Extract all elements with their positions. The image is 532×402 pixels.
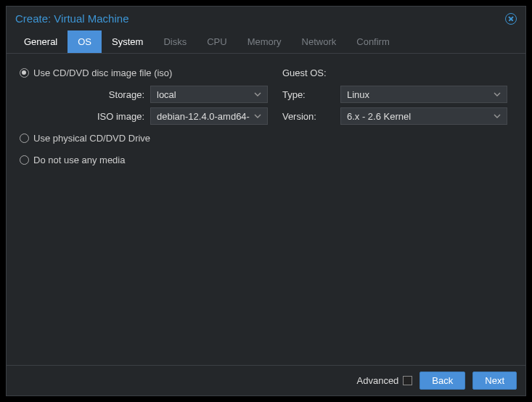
title-bar: Create: Virtual Machine xyxy=(7,7,525,30)
advanced-toggle[interactable]: Advanced xyxy=(357,375,413,386)
iso-image-row: ISO image: debian-12.4.0-amd64- xyxy=(20,106,268,126)
tab-system[interactable]: System xyxy=(102,30,153,53)
radio-icon xyxy=(20,134,29,143)
tab-confirm: Confirm xyxy=(346,30,400,53)
guest-type-label: Type: xyxy=(282,89,340,100)
chevron-down-icon xyxy=(254,92,261,97)
create-vm-dialog: Create: Virtual Machine General OS Syste… xyxy=(6,6,526,396)
tab-memory: Memory xyxy=(237,30,292,53)
guest-version-value: 6.x - 2.6 Kernel xyxy=(347,111,411,122)
tab-disks: Disks xyxy=(153,30,197,53)
radio-label: Use CD/DVD disc image file (iso) xyxy=(33,67,172,78)
tab-network: Network xyxy=(292,30,347,53)
dialog-body: Use CD/DVD disc image file (iso) Storage… xyxy=(7,54,525,365)
radio-label: Use physical CD/DVD Drive xyxy=(33,133,150,144)
storage-label: Storage: xyxy=(63,89,150,100)
chevron-down-icon xyxy=(494,114,501,118)
guest-version-label: Version: xyxy=(282,111,340,122)
tab-strip: General OS System Disks CPU Memory Netwo… xyxy=(7,30,525,54)
guest-version-select[interactable]: 6.x - 2.6 Kernel xyxy=(340,107,507,125)
tab-cpu: CPU xyxy=(197,30,237,53)
dialog-footer: Advanced Back Next xyxy=(7,365,525,395)
radio-use-physical[interactable]: Use physical CD/DVD Drive xyxy=(20,128,268,148)
iso-image-label: ISO image: xyxy=(63,111,150,122)
guest-type-value: Linux xyxy=(347,89,369,100)
back-button[interactable]: Back xyxy=(420,372,465,390)
next-button[interactable]: Next xyxy=(472,372,517,390)
iso-image-value: debian-12.4.0-amd64- xyxy=(157,111,250,122)
tab-general[interactable]: General xyxy=(14,30,67,53)
guest-version-row: Version: 6.x - 2.6 Kernel xyxy=(282,106,512,126)
dialog-title: Create: Virtual Machine xyxy=(15,12,128,25)
left-column: Use CD/DVD disc image file (iso) Storage… xyxy=(20,62,268,356)
chevron-down-icon xyxy=(254,114,261,118)
close-icon[interactable] xyxy=(505,13,517,25)
guest-type-select[interactable]: Linux xyxy=(340,86,507,103)
radio-use-iso[interactable]: Use CD/DVD disc image file (iso) xyxy=(20,62,268,83)
radio-label: Do not use any media xyxy=(33,155,125,165)
radio-icon xyxy=(20,68,29,78)
radio-icon xyxy=(20,155,29,165)
radio-no-media[interactable]: Do not use any media xyxy=(20,149,268,170)
right-column: Guest OS: Type: Linux Version: 6.x - 2.6… xyxy=(282,62,512,356)
advanced-checkbox[interactable] xyxy=(403,376,412,385)
storage-value: local xyxy=(157,89,176,100)
guest-os-heading-row: Guest OS: xyxy=(282,62,512,83)
chevron-down-icon xyxy=(494,92,501,97)
tab-os[interactable]: OS xyxy=(67,30,102,53)
storage-row: Storage: local xyxy=(20,84,268,104)
guest-os-heading: Guest OS: xyxy=(282,67,327,78)
storage-select[interactable]: local xyxy=(150,86,268,103)
advanced-label: Advanced xyxy=(357,375,399,386)
iso-image-select[interactable]: debian-12.4.0-amd64- xyxy=(150,107,268,125)
guest-type-row: Type: Linux xyxy=(282,84,512,104)
